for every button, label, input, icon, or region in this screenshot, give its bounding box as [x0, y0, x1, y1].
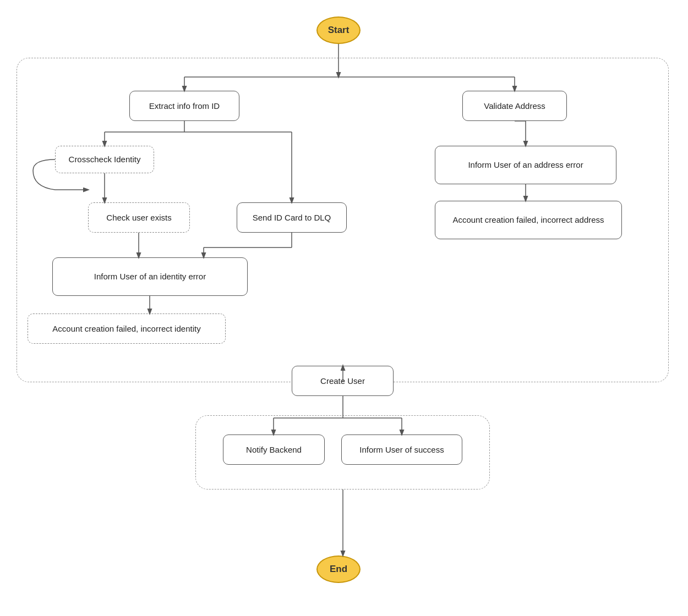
node-check-user: Check user exists: [88, 202, 190, 233]
node-identity-error: Inform User of an identity error: [52, 257, 248, 296]
node-send-dlq: Send ID Card to DLQ: [237, 202, 347, 233]
node-crosscheck: Crosscheck Identity: [55, 146, 154, 173]
node-acct-fail-addr: Account creation failed, incorrect addre…: [435, 201, 622, 239]
node-inform-success: Inform User of success: [341, 435, 462, 465]
node-extract: Extract info from ID: [129, 91, 239, 121]
node-validate: Validate Address: [462, 91, 567, 121]
node-create-user: Create User: [292, 366, 394, 396]
node-notify-backend: Notify Backend: [223, 435, 325, 465]
node-address-error: Inform User of an address error: [435, 146, 616, 184]
node-acct-fail-id: Account creation failed, incorrect ident…: [28, 314, 226, 344]
node-end: End: [316, 556, 361, 583]
diagram-container: Start Extract info from ID Validate Addr…: [0, 0, 688, 616]
node-start: Start: [316, 16, 361, 44]
